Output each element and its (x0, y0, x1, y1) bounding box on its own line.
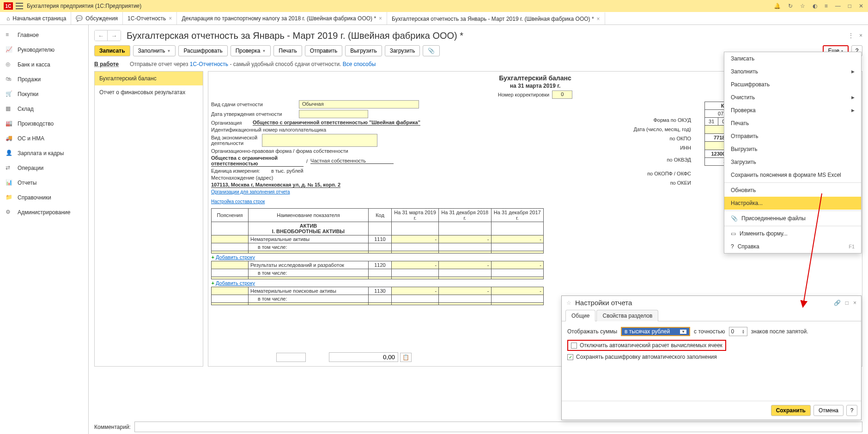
sidebar-item-main[interactable]: ≡Главное (0, 28, 88, 42)
forward-button[interactable]: → (108, 30, 121, 41)
more-save-excel[interactable]: Сохранить пояснения в формате MS Excel (724, 169, 861, 181)
more-edit-form[interactable]: ▭Изменить форму... (724, 227, 861, 240)
bell-icon[interactable]: 🔔 (773, 2, 782, 10)
okved-label: по ОКВЭД (633, 155, 691, 164)
sidebar-item-operations[interactable]: ⇄Операции (0, 161, 88, 175)
rows-config-link[interactable]: Настройка состава строк (211, 199, 265, 204)
value-input[interactable] (329, 352, 398, 362)
activity-field[interactable] (262, 134, 377, 147)
tab-discussions[interactable]: 💬Обсуждения (71, 12, 123, 24)
close-tab-icon[interactable]: × (379, 15, 382, 22)
plus-icon: + (212, 254, 214, 260)
send-button[interactable]: Отправить (305, 45, 343, 56)
more-attachments[interactable]: 📎Присоединенные файлы (724, 212, 861, 225)
cell-reference[interactable] (276, 353, 306, 362)
link-all-methods[interactable]: Все способы (343, 61, 376, 67)
sidebar-item-hr[interactable]: 👤Зарплата и кадры (0, 146, 88, 161)
more-dropdown: Записать Заполнить▶ Расшифровать Очистит… (724, 52, 862, 253)
more-decode[interactable]: Расшифровать (724, 78, 861, 91)
sidebar-item-catalogs[interactable]: 📁Справочники (0, 190, 88, 205)
save-button[interactable]: Записать (94, 45, 130, 56)
sidebar-item-purchases[interactable]: 🛒Покупки (0, 87, 88, 102)
minimize-icon[interactable]: — (834, 2, 842, 10)
more-import[interactable]: Загрузить (724, 156, 861, 169)
back-button[interactable]: ← (95, 30, 108, 41)
show-sums-label: Отображать суммы (567, 328, 617, 335)
settings-help-button[interactable]: ? (846, 405, 857, 416)
decode-button[interactable]: Расшифровать (178, 45, 227, 56)
more-check[interactable]: Проверка▶ (724, 104, 861, 117)
sidebar-item-bank[interactable]: ◎Банк и касса (0, 57, 88, 72)
settings-tab-sections[interactable]: Свойства разделов (596, 310, 658, 321)
inn-label: Идентификационный номер налогоплательщик… (211, 127, 326, 133)
comment-label: Комментарий: (94, 424, 131, 430)
legalform2: Частная собственность (310, 158, 394, 164)
section-balance[interactable]: Бухгалтерский баланс (95, 72, 203, 85)
units-combo[interactable]: в тысячах рублей▼ (621, 327, 690, 336)
close-doc-icon[interactable]: × (859, 32, 862, 39)
sidebar-item-assets[interactable]: 🚚ОС и НМА (0, 131, 88, 146)
settings-tab-general[interactable]: Общие (565, 310, 595, 321)
correction-field[interactable]: 0 (552, 90, 572, 99)
approval-field[interactable] (299, 110, 368, 118)
maximize-icon[interactable]: □ (845, 300, 849, 306)
sidebar-item-warehouse[interactable]: ▦Склад (0, 102, 88, 116)
more-fill[interactable]: Заполнить▶ (724, 65, 861, 78)
sidebar-item-production[interactable]: 🏭Производство (0, 116, 88, 131)
menu-dots-icon[interactable]: ⋮ (848, 32, 854, 39)
theme-icon[interactable]: ◐ (812, 2, 818, 10)
precision-spinner[interactable]: 0▲▼ (729, 327, 747, 336)
fill-button[interactable]: Заполнить▼ (133, 45, 176, 56)
app-title: Бухгалтерия предприятия (1C:Предприятие) (27, 3, 141, 9)
link-icon[interactable]: 🔗 (834, 300, 841, 306)
sidebar-item-admin[interactable]: ⚙Администрирование (0, 205, 88, 220)
more-refresh[interactable]: Обновить (724, 184, 861, 197)
more-save[interactable]: Записать (724, 52, 861, 65)
tab-reporting[interactable]: 1С-Отчетность× (123, 12, 177, 24)
address: 107113, Москва г, Маленковская ул, д. № … (211, 182, 340, 188)
import-button[interactable]: Загрузить (385, 45, 420, 56)
box-icon: ▦ (6, 105, 13, 113)
comment-input[interactable] (134, 422, 862, 432)
close-settings-icon[interactable]: × (853, 300, 856, 306)
submit-type-label: Вид сдачи отчетности (211, 102, 299, 107)
section-results[interactable]: Отчет о финансовых результатах (95, 85, 203, 99)
more-settings[interactable]: Настройка... (724, 197, 861, 210)
add-row-link[interactable]: Добавить строку (216, 254, 255, 260)
disable-calc-checkbox[interactable] (571, 343, 577, 349)
more-clear[interactable]: Очистить▶ (724, 91, 861, 104)
keep-decode-checkbox[interactable]: ✓ (567, 354, 573, 360)
print-button[interactable]: Печать (273, 45, 302, 56)
menu-icon[interactable] (16, 3, 23, 9)
tab-active[interactable]: Бухгалтерская отчетность за Январь - Мар… (387, 12, 605, 24)
more-help[interactable]: ?СправкаF1 (724, 240, 861, 253)
status-label[interactable]: В работе (94, 61, 119, 67)
more-send[interactable]: Отправить (724, 130, 861, 143)
more-export[interactable]: Выгрузить (724, 143, 861, 156)
unit-label: Единица измерения: (211, 168, 271, 174)
orgs-link[interactable]: Организации для заполнения отчета (211, 189, 290, 194)
star-icon[interactable]: ☆ (799, 2, 806, 10)
close-tab-icon[interactable]: × (169, 15, 172, 22)
attach-button[interactable]: 📎 (423, 45, 440, 56)
sidebar-item-reports[interactable]: 📊Отчеты (0, 175, 88, 190)
sidebar-item-manager[interactable]: 📈Руководителю (0, 42, 88, 57)
settings-cancel-button[interactable]: Отмена (813, 405, 844, 416)
settings-save-button[interactable]: Сохранить (771, 405, 811, 416)
history-icon[interactable]: ↻ (787, 2, 794, 10)
tab-home[interactable]: ⌂Начальная страница (2, 12, 71, 24)
filter-icon[interactable]: ≡ (824, 2, 829, 10)
submit-type-field[interactable]: Обычная (299, 100, 419, 108)
check-button[interactable]: Проверка▼ (231, 45, 271, 56)
add-row-link[interactable]: Добавить строку (216, 280, 255, 286)
sidebar-item-sales[interactable]: 🛍Продажи (0, 72, 88, 87)
more-print[interactable]: Печать (724, 117, 861, 130)
star-icon[interactable]: ☆ (566, 300, 571, 306)
tab-declaration[interactable]: Декларация по транспортному налогу за 20… (177, 12, 387, 24)
close-icon[interactable]: ✕ (858, 2, 864, 10)
close-tab-icon[interactable]: × (597, 16, 600, 22)
link-1c-reporting[interactable]: 1С-Отчетность (190, 61, 228, 67)
copy-icon[interactable]: 📋 (400, 353, 412, 362)
maximize-icon[interactable]: □ (847, 2, 852, 10)
export-button[interactable]: Выгрузить (345, 45, 382, 56)
